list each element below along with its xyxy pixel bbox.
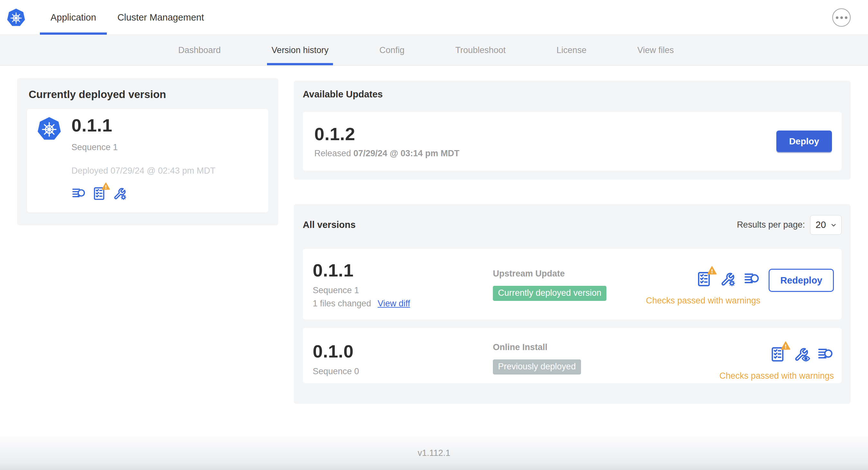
preflight-checks-warning-icon[interactable] [770, 346, 786, 363]
available-updates-title: Available Updates [303, 89, 842, 100]
currently-deployed-card: Currently deployed version 0.1.1 Sequenc… [17, 78, 278, 225]
console-version: v1.112.1 [417, 448, 451, 458]
version-row: 0.1.1 Sequence 1 1 files changed View di… [303, 249, 842, 320]
subnav-item-dashboard[interactable]: Dashboard [174, 35, 225, 65]
subnav-item-license[interactable]: License [552, 35, 591, 65]
kubernetes-logo-icon [6, 8, 26, 28]
tab-application[interactable]: Application [40, 0, 107, 35]
version-source: Online Install [493, 342, 719, 352]
currently-deployed-title: Currently deployed version [29, 89, 268, 101]
version-source: Upstream Update [493, 269, 646, 279]
release-notes-icon[interactable] [743, 271, 760, 288]
tab-cluster-management[interactable]: Cluster Management [107, 0, 215, 35]
deployed-sequence: Sequence 1 [71, 142, 216, 153]
deployed-version-card: 0.1.1 Sequence 1 Deployed 07/29/24 @ 02:… [27, 109, 268, 212]
edit-config-icon[interactable] [720, 271, 736, 288]
release-notes-icon[interactable] [71, 186, 86, 201]
tab-application-label: Application [51, 12, 96, 23]
update-version-number: 0.1.2 [314, 124, 459, 144]
view-config-icon[interactable] [793, 346, 810, 363]
ellipsis-icon [836, 16, 838, 19]
subnav-item-version-history[interactable]: Version history [267, 35, 333, 65]
deployed-version-number: 0.1.1 [71, 115, 216, 135]
update-released-timestamp: Released 07/29/24 @ 03:14 pm MDT [314, 148, 459, 159]
status-badge: Currently deployed version [493, 286, 607, 301]
top-header: Application Cluster Management [0, 0, 868, 35]
row-sequence: Sequence 1 [313, 286, 493, 296]
more-menu-button[interactable] [832, 8, 850, 27]
main-content: Currently deployed version 0.1.1 Sequenc… [0, 66, 868, 470]
version-row: 0.1.0 Sequence 0 Online Install Previous… [303, 328, 842, 383]
app-root: Application Cluster Management Dashboard… [0, 0, 868, 470]
app-subnav: Dashboard Version history Config Trouble… [0, 35, 868, 66]
row-version-number: 0.1.0 [313, 341, 493, 361]
tab-cluster-management-label: Cluster Management [117, 12, 204, 23]
warning-triangle-icon [780, 341, 791, 350]
chevron-down-icon [830, 222, 837, 229]
preflight-checks-warning-icon[interactable] [696, 271, 713, 288]
checks-status-text: Checks passed with warnings [646, 296, 761, 306]
redeploy-button[interactable]: Redeploy [769, 269, 834, 292]
results-per-page-select[interactable]: 20 [810, 215, 842, 235]
warning-triangle-icon [101, 182, 110, 190]
row-version-number: 0.1.1 [313, 260, 493, 280]
top-tabs: Application Cluster Management [40, 0, 215, 35]
view-diff-link[interactable]: View diff [378, 299, 410, 309]
preflight-checks-warning-icon[interactable] [92, 186, 107, 201]
deployed-timestamp: Deployed 07/29/24 @ 02:43 pm MDT [71, 166, 216, 176]
row-sequence: Sequence 0 [313, 367, 493, 376]
update-row: 0.1.2 Released 07/29/24 @ 03:14 pm MDT D… [303, 112, 842, 171]
deploy-button[interactable]: Deploy [776, 131, 832, 152]
files-changed-label: 1 files changed [313, 299, 371, 309]
available-updates-card: Available Updates 0.1.2 Released 07/29/2… [294, 81, 850, 180]
subnav-item-view-files[interactable]: View files [633, 35, 679, 65]
checks-status-text: Checks passed with warnings [719, 371, 834, 381]
release-notes-icon[interactable] [817, 346, 834, 363]
subnav-item-config[interactable]: Config [375, 35, 409, 65]
subnav-item-troubleshoot[interactable]: Troubleshoot [451, 35, 510, 65]
status-badge: Previously deployed [493, 360, 581, 374]
all-versions-card: All versions Results per page: 20 0.1.1 … [294, 204, 850, 404]
results-per-page-label: Results per page: [737, 220, 805, 230]
app-icon [37, 116, 62, 142]
warning-triangle-icon [707, 266, 717, 275]
all-versions-title: All versions [303, 220, 355, 230]
edit-config-icon[interactable] [113, 186, 127, 201]
app-footer: v1.112.1 [0, 436, 868, 470]
